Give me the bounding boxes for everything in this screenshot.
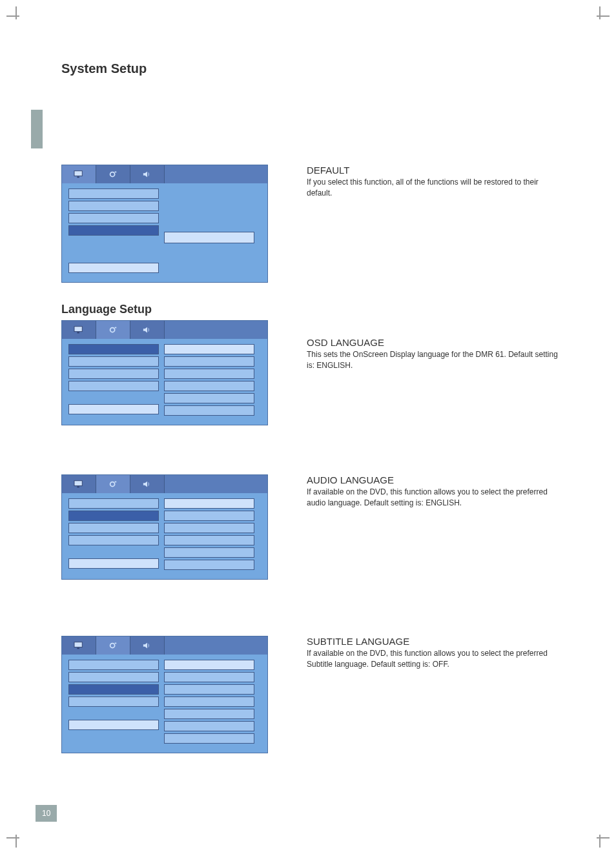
page-title: System Setup bbox=[61, 61, 147, 76]
menu-row-selected bbox=[68, 344, 159, 354]
crop-mark-icon bbox=[6, 828, 26, 848]
osd-screenshot-osd-language bbox=[61, 320, 268, 425]
page: System Setup bbox=[0, 0, 616, 854]
footer-button bbox=[68, 558, 159, 569]
option-button bbox=[164, 232, 254, 243]
speaker-icon bbox=[130, 636, 165, 655]
svg-point-2 bbox=[110, 172, 115, 177]
tab-spacer bbox=[165, 321, 267, 339]
speaker-icon bbox=[130, 165, 165, 183]
option-row bbox=[164, 660, 254, 670]
svg-rect-12 bbox=[74, 642, 82, 647]
option-row bbox=[164, 547, 254, 558]
menu-row bbox=[68, 498, 159, 509]
option-row bbox=[164, 684, 254, 695]
option-row bbox=[164, 733, 254, 744]
option-row bbox=[164, 535, 254, 545]
svg-rect-9 bbox=[77, 487, 79, 488]
footer-button bbox=[68, 263, 159, 273]
svg-rect-4 bbox=[74, 327, 82, 332]
page-number: 10 bbox=[36, 805, 57, 822]
menu-row bbox=[68, 535, 159, 545]
menu-row bbox=[68, 660, 159, 670]
option-row bbox=[164, 356, 254, 367]
tab-spacer bbox=[165, 165, 267, 183]
monitor-icon bbox=[62, 636, 96, 655]
svg-point-14 bbox=[110, 644, 115, 648]
section-body: If available on the DVD, this function a… bbox=[307, 648, 565, 670]
section-heading: AUDIO LANGUAGE bbox=[307, 474, 565, 485]
menu-row-selected bbox=[68, 225, 159, 236]
tab-spacer bbox=[165, 636, 267, 655]
osd-screenshot-subtitle-language bbox=[61, 636, 268, 753]
footer-button bbox=[68, 720, 159, 730]
option-row bbox=[164, 721, 254, 731]
option-row bbox=[164, 560, 254, 570]
subsection-title: Language Setup bbox=[61, 303, 565, 316]
menu-row bbox=[68, 201, 159, 211]
option-row bbox=[164, 369, 254, 379]
option-row bbox=[164, 511, 254, 521]
monitor-icon bbox=[62, 475, 96, 493]
menu-row bbox=[68, 188, 159, 199]
section-audio-language: AUDIO LANGUAGE If available on the DVD, … bbox=[61, 474, 565, 580]
crop-mark-icon bbox=[6, 6, 26, 26]
menu-row bbox=[68, 369, 159, 379]
svg-point-10 bbox=[110, 482, 115, 487]
svg-rect-13 bbox=[77, 648, 79, 649]
option-row bbox=[164, 405, 254, 416]
menu-row bbox=[68, 696, 159, 707]
svg-rect-1 bbox=[77, 177, 79, 178]
svg-rect-15 bbox=[115, 643, 117, 644]
svg-rect-5 bbox=[77, 332, 79, 334]
option-row bbox=[164, 523, 254, 533]
tab-spacer bbox=[165, 475, 267, 493]
menu-row bbox=[68, 381, 159, 391]
section-body: If you select this function, all of the … bbox=[307, 177, 565, 199]
menu-row bbox=[68, 213, 159, 223]
menu-row-selected bbox=[68, 684, 159, 695]
option-row bbox=[164, 696, 254, 707]
crop-mark-icon bbox=[590, 828, 610, 848]
section-osd-language: Language Setup bbox=[61, 300, 565, 425]
svg-point-6 bbox=[110, 328, 115, 332]
option-row bbox=[164, 344, 254, 354]
section-body: This sets the OnScreen Display language … bbox=[307, 349, 565, 371]
speaker-icon bbox=[130, 321, 165, 339]
svg-rect-8 bbox=[74, 481, 82, 486]
section-heading: DEFAULT bbox=[307, 165, 565, 176]
section-body: If available on the DVD, this function a… bbox=[307, 487, 565, 509]
settings-icon bbox=[96, 475, 130, 493]
menu-row-selected bbox=[68, 511, 159, 521]
menu-row bbox=[68, 523, 159, 533]
section-subtitle-language: SUBTITLE LANGUAGE If available on the DV… bbox=[61, 636, 565, 753]
option-row bbox=[164, 709, 254, 719]
osd-screenshot-default bbox=[61, 165, 268, 283]
option-row bbox=[164, 672, 254, 682]
svg-rect-7 bbox=[115, 327, 117, 329]
svg-rect-11 bbox=[115, 482, 117, 483]
speaker-icon bbox=[130, 475, 165, 493]
monitor-icon bbox=[62, 165, 96, 183]
monitor-icon bbox=[62, 321, 96, 339]
settings-icon bbox=[96, 636, 130, 655]
section-default: DEFAULT If you select this function, all… bbox=[61, 165, 565, 283]
svg-rect-3 bbox=[115, 172, 117, 173]
crop-mark-icon bbox=[590, 6, 610, 26]
settings-icon bbox=[96, 165, 130, 183]
option-row bbox=[164, 381, 254, 391]
menu-row bbox=[68, 672, 159, 682]
section-heading: OSD LANGUAGE bbox=[307, 337, 565, 348]
section-heading: SUBTITLE LANGUAGE bbox=[307, 636, 565, 647]
osd-screenshot-audio-language bbox=[61, 474, 268, 580]
footer-button bbox=[68, 404, 159, 414]
settings-icon bbox=[96, 321, 130, 339]
menu-row bbox=[68, 356, 159, 367]
option-row bbox=[164, 498, 254, 509]
svg-rect-0 bbox=[74, 171, 82, 176]
option-row bbox=[164, 393, 254, 403]
section-tab-marker bbox=[31, 110, 43, 148]
